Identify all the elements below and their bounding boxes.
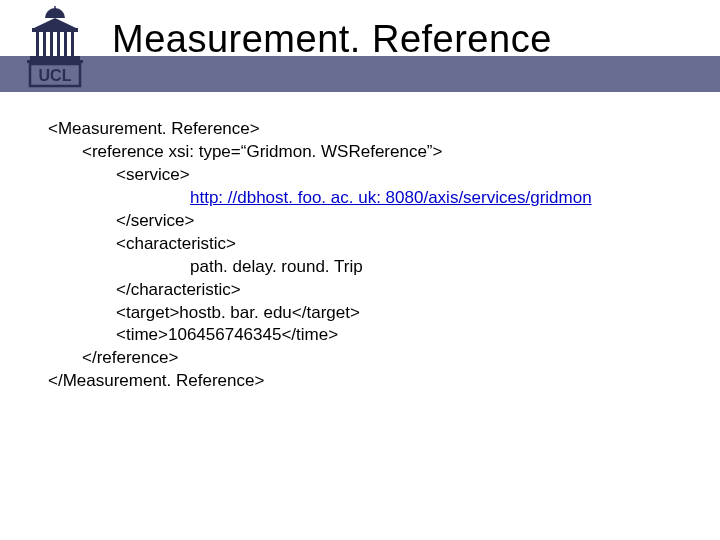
xml-time-line: <time>106456746345</time>	[48, 324, 592, 347]
header-accent-strip	[0, 56, 720, 92]
xml-characteristic-open: <characteristic>	[48, 233, 592, 256]
ucl-logo: UCL	[24, 6, 86, 88]
svg-rect-4	[50, 32, 53, 56]
page-title: Measurement. Reference	[112, 18, 552, 61]
xml-reference-close: </reference>	[48, 347, 592, 370]
service-url-link[interactable]: http: //dbhost. foo. ac. uk: 8080/axis/s…	[190, 188, 592, 207]
svg-rect-7	[71, 32, 74, 56]
xml-root-close: </Measurement. Reference>	[48, 370, 592, 393]
xml-root-open: <Measurement. Reference>	[48, 118, 592, 141]
svg-rect-6	[64, 32, 67, 56]
svg-rect-9	[27, 60, 83, 63]
svg-rect-2	[36, 32, 39, 56]
xml-characteristic-value: path. delay. round. Trip	[48, 256, 592, 279]
xml-service-open: <service>	[48, 164, 592, 187]
header: Measurement. Reference	[0, 0, 720, 92]
svg-rect-1	[32, 28, 78, 32]
svg-rect-3	[43, 32, 46, 56]
svg-rect-8	[30, 56, 80, 60]
svg-rect-5	[57, 32, 60, 56]
xml-reference-open: <reference xsi: type=“Gridmon. WSReferen…	[48, 141, 592, 164]
xml-target-line: <target>hostb. bar. edu</target>	[48, 302, 592, 325]
xml-characteristic-close: </characteristic>	[48, 279, 592, 302]
xml-service-close: </service>	[48, 210, 592, 233]
xml-snippet: <Measurement. Reference> <reference xsi:…	[48, 118, 592, 393]
logo-text: UCL	[39, 67, 72, 84]
